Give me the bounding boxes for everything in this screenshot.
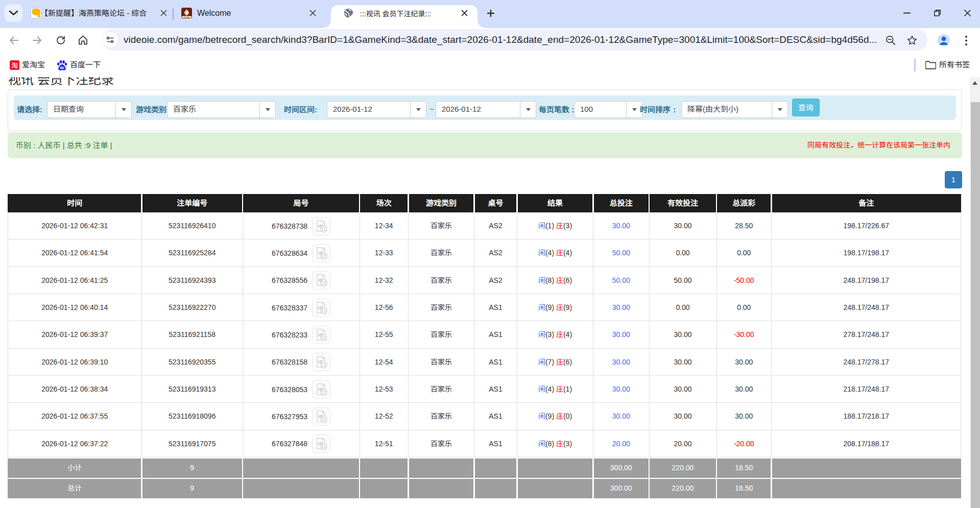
svg-text:博士国际: 博士国际 bbox=[184, 16, 190, 18]
svg-text:淘: 淘 bbox=[11, 62, 18, 69]
svg-text:du: du bbox=[60, 66, 64, 69]
